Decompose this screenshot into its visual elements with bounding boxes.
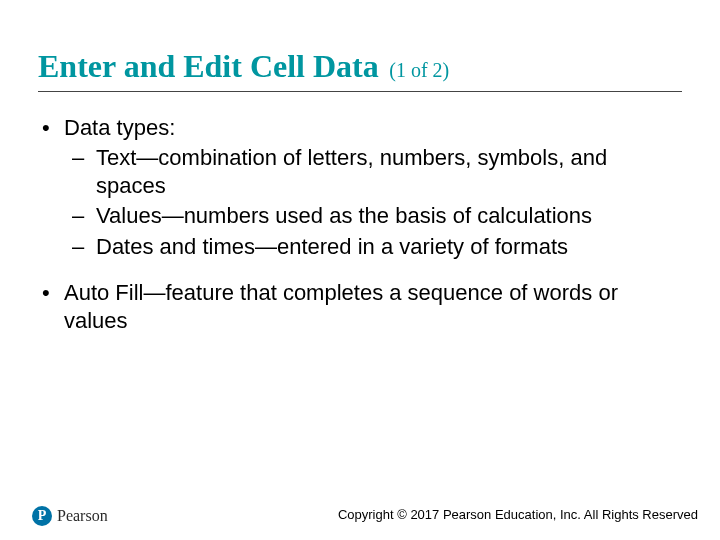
- sub-bullet-text: Dates and times—entered in a variety of …: [96, 234, 568, 259]
- pearson-logo-icon: [32, 506, 52, 526]
- sub-bullet-text: Text—combination of letters, numbers, sy…: [96, 145, 607, 198]
- copyright-text: Copyright © 2017 Pearson Education, Inc.…: [338, 507, 698, 522]
- title-wrap: Enter and Edit Cell Data (1 of 2): [38, 48, 682, 92]
- brand-name: Pearson: [57, 507, 108, 525]
- bullet-list: Data types: Text—combination of letters,…: [42, 114, 682, 335]
- list-item: Data types: Text—combination of letters,…: [42, 114, 682, 261]
- sub-list: Text—combination of letters, numbers, sy…: [72, 144, 682, 261]
- slide-title-suffix: (1 of 2): [389, 59, 449, 81]
- sub-bullet-text: Values—numbers used as the basis of calc…: [96, 203, 592, 228]
- bullet-text: Data types:: [64, 115, 175, 140]
- slide-title: Enter and Edit Cell Data: [38, 48, 379, 84]
- bullet-text: Auto Fill—feature that completes a seque…: [64, 280, 618, 333]
- brand: Pearson: [32, 506, 108, 526]
- list-item: Values—numbers used as the basis of calc…: [72, 202, 682, 230]
- list-item: Text—combination of letters, numbers, sy…: [72, 144, 682, 200]
- slide: Enter and Edit Cell Data (1 of 2) Data t…: [0, 0, 720, 540]
- list-item: Auto Fill—feature that completes a seque…: [42, 279, 682, 335]
- list-item: Dates and times—entered in a variety of …: [72, 233, 682, 261]
